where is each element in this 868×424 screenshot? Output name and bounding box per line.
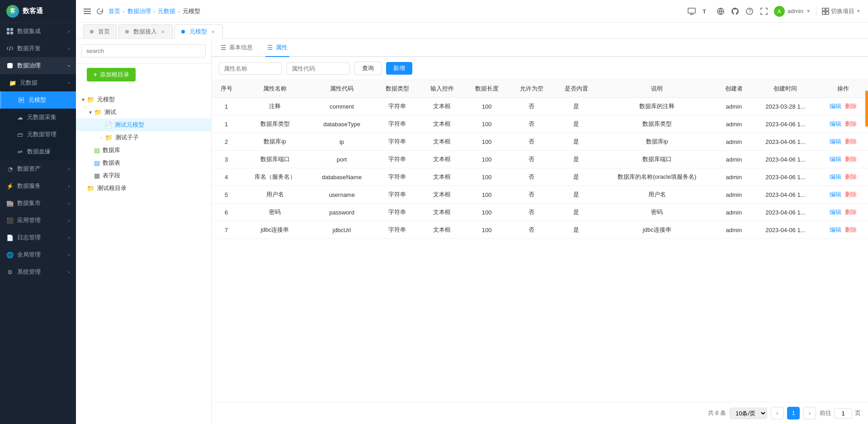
sidebar-item-data-integration[interactable]: 数据集成 ›: [0, 23, 76, 40]
delete-link[interactable]: 删除: [845, 173, 857, 180]
folder-icon: 📁: [105, 134, 113, 141]
sidebar-item-global-management[interactable]: 🌐 全局管理 ›: [0, 246, 76, 263]
tree-node-test-sub[interactable]: › 📁 测试子子: [76, 131, 211, 144]
sidebar-item-data-governance[interactable]: 数据治理 ›: [0, 57, 76, 74]
edit-link[interactable]: 编辑: [830, 209, 841, 215]
attr-name-input[interactable]: [219, 62, 282, 75]
edit-link[interactable]: 编辑: [830, 226, 841, 233]
tree-node-metamodel-root[interactable]: ▼ 📁 元模型: [76, 93, 211, 106]
next-page-btn[interactable]: ›: [803, 407, 816, 419]
sidebar-item-log-management[interactable]: 📄 日志管理 ›: [0, 229, 76, 246]
edit-link[interactable]: 编辑: [830, 156, 841, 162]
cell-9: admin: [715, 204, 752, 221]
edit-link[interactable]: 编辑: [830, 138, 841, 145]
tree-node-datatable[interactable]: ▤ 数据表: [76, 157, 211, 169]
fullscreen-icon[interactable]: [760, 7, 769, 16]
tab-home[interactable]: 首页: [83, 24, 117, 38]
cell-0: 2: [212, 133, 241, 151]
sidebar-label-data-assets: 数据资产: [17, 165, 68, 173]
expand-icon[interactable]: ▼: [80, 96, 87, 103]
sidebar-item-metamodel[interactable]: 元模型: [0, 91, 76, 109]
expand-icon[interactable]: ▼: [87, 109, 94, 116]
sidebar-item-meta-collect[interactable]: ☁ 元数据采集: [0, 109, 76, 126]
tree-node-test-root[interactable]: 📁 测试根目录: [76, 182, 211, 195]
breadcrumb-governance[interactable]: 数据治理: [127, 7, 151, 15]
monitor-icon[interactable]: [687, 7, 696, 16]
edit-link[interactable]: 编辑: [830, 173, 841, 180]
cell-4: 文本框: [420, 115, 464, 133]
tree-node-database[interactable]: ▤ 数据库: [76, 144, 211, 157]
cell-2: jdbcUrl: [309, 221, 375, 239]
cell-7: 是: [554, 151, 599, 168]
delete-link[interactable]: 删除: [845, 120, 857, 127]
logo-text: 数客通: [23, 7, 43, 15]
sidebar-item-app-management[interactable]: ⬛ 应用管理 ›: [0, 212, 76, 229]
data-governance-submenu: 📁 元数据 › 元模型 ☁ 元数据采集 🗃 元数据管理: [0, 74, 76, 160]
expand-icon[interactable]: ›: [98, 134, 105, 141]
delete-link[interactable]: 删除: [845, 138, 857, 145]
cell-8: 数据库端口: [599, 151, 715, 168]
breadcrumb-metadata[interactable]: 元数据: [158, 7, 175, 15]
tree-node-table-field[interactable]: ▦ 表字段: [76, 169, 211, 182]
cell-9: admin: [715, 186, 752, 204]
cell-action: 编辑删除: [818, 186, 868, 204]
cell-3: 字符串: [375, 98, 420, 115]
sidebar-item-data-lineage[interactable]: ⇌ 数据血缘: [0, 143, 76, 160]
per-page-select[interactable]: 10条/页 20条/页 50条/页: [730, 408, 767, 419]
col-created: 创建时间: [752, 80, 818, 98]
sidebar-item-system-management[interactable]: ⚙ 系统管理 ›: [0, 263, 76, 281]
query-button[interactable]: 查询: [354, 62, 382, 75]
new-button[interactable]: 新增: [386, 62, 412, 75]
delete-link[interactable]: 删除: [845, 103, 857, 110]
col-control: 输入控件: [420, 80, 464, 98]
tab-basic-info[interactable]: ☰ 基本信息: [219, 39, 255, 57]
search-input[interactable]: [81, 44, 206, 57]
breadcrumb-home[interactable]: 首页: [108, 7, 120, 15]
tabbar: 首页 数据接入 ✕ 元模型 ✕: [76, 23, 868, 39]
tree-area: ▼ 📁 元模型 ▼ 📁 测试 📄 测试元模型: [76, 90, 211, 424]
tab-metamodel[interactable]: 元模型 ✕: [175, 24, 223, 39]
tab-attributes[interactable]: ☰ 属性: [265, 39, 289, 57]
language-icon[interactable]: [716, 7, 725, 16]
cell-7: 是: [554, 98, 599, 115]
sidebar-item-metadata[interactable]: 📁 元数据 ›: [0, 74, 76, 91]
page-1-btn[interactable]: 1: [787, 407, 800, 419]
sidebar-label-data-governance: 数据治理: [17, 62, 68, 70]
delete-link[interactable]: 删除: [845, 156, 857, 162]
cell-5: 100: [464, 221, 509, 239]
tree-node-test-metamodel[interactable]: 📄 测试元模型: [76, 119, 211, 131]
tab-metamodel-close[interactable]: ✕: [210, 29, 216, 35]
edit-link[interactable]: 编辑: [830, 191, 841, 198]
github-icon[interactable]: [731, 7, 740, 16]
delete-link[interactable]: 删除: [845, 226, 857, 233]
tab-data-input-close[interactable]: ✕: [160, 29, 166, 35]
question-icon[interactable]: ?: [745, 7, 754, 16]
switch-project-btn[interactable]: 切换项目 ▼: [822, 7, 861, 15]
sidebar-item-data-city[interactable]: 🏬 数据集市 ›: [0, 195, 76, 212]
cell-7: 是: [554, 204, 599, 221]
refresh-icon[interactable]: [96, 7, 104, 15]
sidebar-item-data-service[interactable]: ⚡ 数据服务 ›: [0, 177, 76, 195]
table-row: 6密码password字符串文本框100否是密码admin2023-04-06 …: [212, 204, 868, 221]
attr-code-input[interactable]: [287, 62, 350, 75]
sidebar-item-meta-manage[interactable]: 🗃 元数据管理: [0, 126, 76, 143]
expand-placeholder: [98, 121, 105, 129]
user-area[interactable]: A admin ▼: [774, 6, 811, 17]
pagination: 共 8 条 10条/页 20条/页 50条/页 ‹ 1 › 前往 页: [212, 402, 868, 424]
delete-link[interactable]: 删除: [845, 209, 857, 215]
cell-3: 字符串: [375, 221, 420, 239]
tab-data-input[interactable]: 数据接入 ✕: [118, 24, 173, 38]
goto-input[interactable]: [834, 408, 852, 419]
tree-node-test[interactable]: ▼ 📁 测试: [76, 106, 211, 119]
add-root-directory-button[interactable]: + 添加根目录: [87, 68, 136, 81]
edit-link[interactable]: 编辑: [830, 103, 841, 110]
cell-2: ip: [309, 133, 375, 151]
edit-link[interactable]: 编辑: [830, 120, 841, 127]
menu-toggle-icon[interactable]: [83, 7, 91, 15]
sidebar-item-data-dev[interactable]: 数据开发 ›: [0, 40, 76, 57]
col-attr-code: 属性代码: [309, 80, 375, 98]
prev-page-btn[interactable]: ‹: [771, 407, 783, 419]
sidebar-item-data-assets[interactable]: ◔ 数据资产 ›: [0, 160, 76, 177]
delete-link[interactable]: 删除: [845, 191, 857, 198]
font-icon[interactable]: T: [702, 7, 711, 16]
